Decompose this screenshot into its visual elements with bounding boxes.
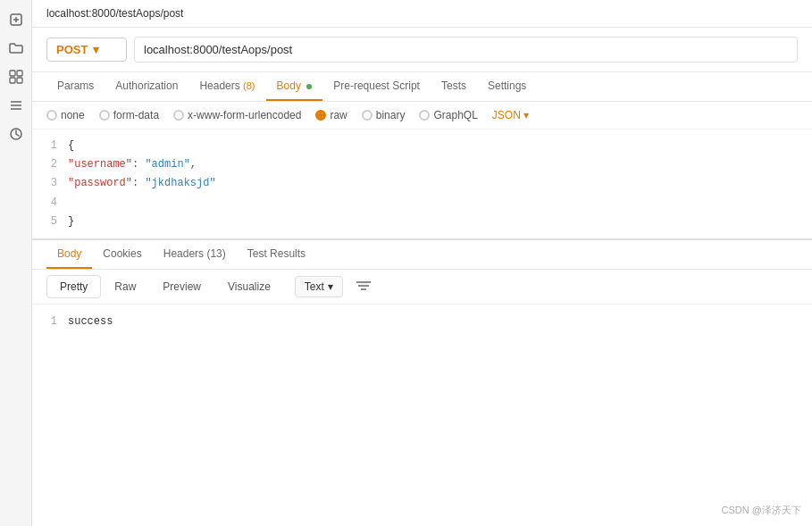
filter-button[interactable] — [350, 277, 377, 296]
sidebar-icon-folder[interactable] — [4, 36, 29, 61]
tab-params[interactable]: Params — [46, 72, 105, 101]
tab-headers[interactable]: Headers (8) — [188, 72, 265, 101]
resp-tab-headers[interactable]: Headers (13) — [153, 240, 237, 269]
radio-graphql[interactable]: GraphQL — [419, 109, 477, 121]
resp-content: success — [68, 313, 113, 332]
radio-form-data[interactable]: form-data — [99, 109, 159, 121]
request-tabs: Params Authorization Headers (8) Body Pr… — [32, 72, 812, 102]
tab-tests[interactable]: Tests — [431, 72, 477, 101]
radio-urlencoded[interactable]: x-www-form-urlencoded — [173, 109, 301, 121]
line-num-2: 2 — [32, 156, 68, 173]
main-content: localhost:8000/testAops/post POST ▾ Para… — [32, 0, 812, 526]
radio-circle-urlencoded — [173, 110, 184, 121]
address-url: localhost:8000/testAops/post — [46, 7, 183, 20]
line-num-5: 5 — [32, 213, 68, 230]
line-content-5: } — [68, 213, 74, 230]
code-line-3: 3 "password": "jkdhaksjd" — [32, 174, 812, 193]
radio-circle-none — [46, 110, 57, 121]
code-line-5: 5 } — [32, 213, 812, 231]
line-num-3: 3 — [32, 175, 68, 192]
text-arrow-icon: ▾ — [328, 280, 333, 293]
radio-circle-form-data — [99, 110, 110, 121]
watermark: CSDN @泽济天下 — [722, 504, 801, 517]
view-preview-button[interactable]: Preview — [149, 275, 214, 298]
request-panel: POST ▾ Params Authorization Headers (8) … — [32, 28, 812, 240]
resp-tab-body[interactable]: Body — [46, 240, 92, 269]
text-type-dropdown[interactable]: Text ▾ — [295, 276, 343, 297]
sidebar — [0, 0, 32, 526]
radio-circle-graphql — [419, 110, 430, 121]
view-pretty-button[interactable]: Pretty — [46, 275, 101, 298]
response-tabs: Body Cookies Headers (13) Test Results — [32, 240, 812, 270]
url-row: POST ▾ — [32, 28, 812, 72]
radio-none[interactable]: none — [46, 109, 85, 121]
response-line-1: 1 success — [32, 312, 812, 333]
tab-pre-request[interactable]: Pre-request Script — [322, 72, 431, 101]
svg-rect-5 — [10, 78, 15, 83]
tab-body[interactable]: Body — [266, 72, 323, 101]
sidebar-icon-history[interactable] — [4, 121, 29, 146]
address-bar: localhost:8000/testAops/post — [32, 0, 812, 28]
response-body: 1 success — [32, 305, 812, 526]
line-num-4: 4 — [32, 195, 68, 212]
resp-tab-cookies[interactable]: Cookies — [92, 240, 152, 269]
radio-raw[interactable]: raw — [315, 109, 347, 121]
json-type-dropdown[interactable]: JSON ▾ — [492, 109, 529, 121]
line-content-2: "username": "admin", — [68, 156, 197, 173]
url-input[interactable] — [134, 37, 798, 63]
response-toolbar: Pretty Raw Preview Visualize Text ▾ — [32, 270, 812, 305]
code-editor[interactable]: 1 { 2 "username": "admin", 3 "password":… — [32, 129, 812, 238]
code-line-1: 1 { — [32, 137, 812, 155]
method-select[interactable]: POST ▾ — [46, 38, 127, 62]
svg-rect-6 — [17, 78, 22, 83]
line-content-1: { — [68, 138, 74, 154]
headers-badge: (8) — [243, 80, 255, 91]
sidebar-icon-layers[interactable] — [4, 93, 29, 118]
response-panel: Body Cookies Headers (13) Test Results P… — [32, 240, 812, 526]
svg-rect-3 — [10, 71, 15, 76]
tab-settings[interactable]: Settings — [477, 72, 537, 101]
radio-circle-raw — [315, 110, 326, 121]
view-raw-button[interactable]: Raw — [101, 275, 149, 298]
resp-line-num: 1 — [32, 313, 68, 332]
radio-binary[interactable]: binary — [362, 109, 406, 121]
view-visualize-button[interactable]: Visualize — [214, 275, 284, 298]
method-label: POST — [56, 43, 88, 56]
radio-circle-binary — [362, 110, 373, 121]
resp-tab-test-results[interactable]: Test Results — [237, 240, 316, 269]
sidebar-icon-import[interactable] — [4, 64, 29, 89]
svg-rect-4 — [17, 71, 22, 76]
method-arrow: ▾ — [93, 43, 99, 56]
tab-authorization[interactable]: Authorization — [105, 72, 188, 101]
code-line-4: 4 — [32, 194, 812, 213]
line-content-3: "password": "jkdhaksjd" — [68, 175, 216, 192]
body-type-row: none form-data x-www-form-urlencoded raw… — [32, 102, 812, 129]
json-arrow-icon: ▾ — [523, 109, 529, 121]
line-content-4 — [68, 195, 74, 212]
body-dot — [306, 84, 312, 89]
sidebar-icon-new[interactable] — [4, 7, 29, 32]
line-num-1: 1 — [32, 138, 68, 154]
code-line-2: 2 "username": "admin", — [32, 155, 812, 174]
